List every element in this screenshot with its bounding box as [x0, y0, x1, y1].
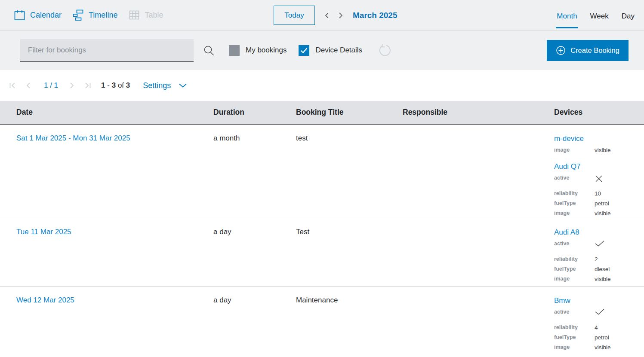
chevron-right-icon: [69, 82, 75, 89]
previous-period-button[interactable]: [322, 10, 332, 21]
attr-label: reliability: [554, 189, 595, 198]
search-button[interactable]: [203, 45, 215, 56]
my-bookings-checkbox-group[interactable]: My bookings: [229, 45, 287, 56]
device-link[interactable]: Audi A8: [554, 228, 579, 236]
device-attr-row: image visible: [554, 274, 644, 284]
device-attr-row: active: [554, 173, 644, 189]
period-navigation: Today March 2025: [274, 0, 397, 31]
booking-title: test: [296, 134, 403, 218]
my-bookings-label: My bookings: [246, 46, 287, 55]
device-details-checkbox[interactable]: [299, 45, 309, 56]
attr-label: fuelType: [554, 264, 595, 274]
device-attr-row: fuelType petrol: [554, 198, 644, 208]
chevron-down-icon: [179, 83, 187, 88]
attr-label: active: [554, 307, 595, 317]
device-attr-row: reliability 4: [554, 323, 644, 333]
next-page-button[interactable]: [68, 80, 77, 91]
previous-page-button[interactable]: [24, 80, 33, 91]
range-start: 1: [101, 81, 105, 89]
device-block: m-device image visible: [554, 134, 644, 155]
booking-date-link[interactable]: Tue 11 Mar 2025: [16, 228, 71, 236]
attr-value: petrol: [595, 198, 609, 208]
header-booking-title: Booking Title: [296, 108, 403, 117]
range-separator: -: [107, 81, 110, 89]
settings-expand-button[interactable]: [179, 83, 187, 88]
tab-calendar-label: Calendar: [30, 11, 62, 20]
attr-value: 4: [595, 323, 598, 333]
last-page-button[interactable]: [83, 80, 93, 91]
device-link[interactable]: m-device: [554, 134, 584, 143]
device-link[interactable]: Audi Q7: [554, 162, 580, 171]
tab-timeline-label: Timeline: [89, 11, 117, 20]
header-date: Date: [16, 108, 213, 117]
check-icon: [595, 240, 605, 247]
attr-value: visible: [595, 145, 611, 155]
last-page-icon: [84, 82, 92, 89]
booking-date-link[interactable]: Sat 1 Mar 2025 - Mon 31 Mar 2025: [16, 134, 130, 142]
attr-value: 2: [595, 254, 598, 264]
tab-calendar[interactable]: Calendar: [14, 9, 62, 21]
view-month[interactable]: Month: [556, 0, 578, 28]
first-page-button[interactable]: [7, 80, 18, 91]
filter-field-wrap: [20, 39, 194, 62]
table-header-row: Date Duration Booking Title Responsible …: [0, 101, 644, 125]
booking-duration: a day: [213, 296, 296, 357]
filter-input[interactable]: [20, 39, 194, 61]
view-switcher: Month Week Day: [556, 0, 635, 28]
device-attr-row: reliability 2: [554, 254, 644, 264]
tab-table[interactable]: Table: [129, 9, 163, 21]
settings-link[interactable]: Settings: [143, 81, 171, 90]
device-attr-row: active: [554, 307, 644, 323]
device-attr-row: fuelType diesel: [554, 264, 644, 274]
device-link[interactable]: Bmw: [554, 296, 570, 305]
device-details-checkbox-group[interactable]: Device Details: [299, 45, 362, 56]
create-booking-button[interactable]: Create Booking: [547, 40, 629, 61]
first-page-icon: [9, 82, 16, 89]
booking-date-link[interactable]: Wed 12 Mar 2025: [16, 296, 74, 304]
table-row: Tue 11 Mar 2025 a day Test Audi A8 activ…: [0, 218, 644, 287]
reset-icon: [378, 44, 391, 57]
device-attr-row: active: [554, 239, 644, 254]
device-details-label: Device Details: [315, 46, 362, 55]
device-attr-row: image visible: [554, 145, 644, 155]
booking-responsible: [403, 228, 554, 286]
range-end: 3: [112, 81, 116, 89]
device-attr-row: reliability 10: [554, 189, 644, 198]
attr-label: fuelType: [554, 198, 595, 208]
header-responsible: Responsible: [403, 108, 554, 117]
booking-duration: a day: [213, 228, 296, 286]
attr-label: reliability: [554, 323, 595, 333]
table-icon: [129, 9, 140, 21]
header-devices: Devices: [554, 108, 644, 117]
device-block: Bmw active reliability 4 fuelType petrol…: [554, 296, 644, 352]
view-day[interactable]: Day: [621, 0, 635, 28]
booking-title: Test: [296, 228, 403, 286]
attr-label: reliability: [554, 254, 595, 264]
attr-label: image: [554, 274, 595, 284]
range-total: 3: [126, 81, 130, 89]
of-label: of: [118, 81, 124, 89]
view-week[interactable]: Week: [589, 0, 610, 28]
chevron-left-icon: [324, 12, 330, 19]
device-attr-row: image visible: [554, 342, 644, 352]
today-button[interactable]: Today: [274, 6, 315, 25]
booking-responsible: [403, 296, 554, 357]
plus-circle-icon: [556, 46, 566, 55]
table-row: Sat 1 Mar 2025 - Mon 31 Mar 2025 a month…: [0, 125, 644, 218]
reset-button[interactable]: [378, 44, 391, 57]
calendar-icon: [14, 9, 25, 21]
chevron-right-icon: [338, 12, 343, 19]
attr-label: image: [554, 145, 595, 155]
booking-duration: a month: [213, 134, 296, 218]
my-bookings-checkbox[interactable]: [229, 45, 240, 56]
create-booking-label: Create Booking: [570, 46, 619, 55]
device-attr-row: image visible: [554, 208, 644, 218]
attr-label: image: [554, 208, 595, 218]
attr-value: visible: [595, 342, 611, 352]
attr-label: active: [554, 239, 595, 249]
cross-icon: [595, 174, 603, 183]
booking-responsible: [403, 134, 554, 218]
tab-timeline[interactable]: Timeline: [73, 9, 117, 21]
attr-value: visible: [595, 208, 611, 218]
next-period-button[interactable]: [336, 10, 346, 21]
